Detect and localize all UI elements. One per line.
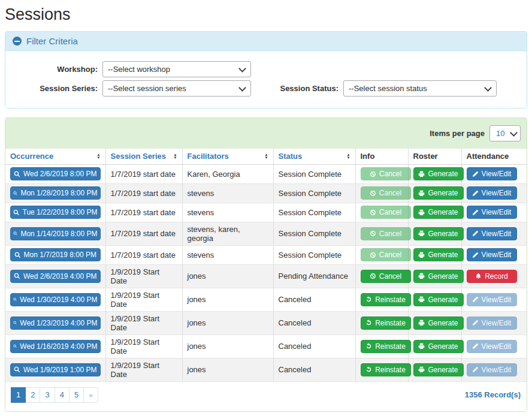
session-status-select[interactable]: --Select session status (343, 80, 497, 97)
attendance-cell: View/Edit (461, 334, 527, 358)
attendance-action-button[interactable]: View/Edit (467, 206, 517, 219)
items-per-page-select[interactable]: 10 (489, 125, 521, 141)
table-row: Wed 2/6/2019 4:00 PM 1/9/2019 Start Date… (5, 264, 527, 288)
roster-cell: Generate (408, 264, 461, 288)
attendance-action-button[interactable]: View/Edit (467, 186, 517, 200)
pagination-button[interactable]: 5 (69, 387, 84, 403)
column-header-status[interactable]: Status ▲▼ (273, 149, 355, 164)
status-cell: Pending Attendance (273, 264, 355, 288)
status-cell: Session Complete (273, 183, 355, 203)
session-series-cell: 1/9/2019 Start Date (105, 264, 182, 288)
roster-generate-button[interactable]: Generate (413, 206, 464, 219)
occurrence-button[interactable]: Wed 1/16/2019 4:00 PM (10, 340, 101, 353)
table-row: Mon 1/14/2019 8:00 PM 1/7/2019 start dat… (5, 222, 527, 245)
roster-generate-button[interactable]: Generate (413, 316, 464, 330)
column-header-roster: Roster (408, 149, 461, 164)
info-action-button[interactable]: Reinstate (361, 340, 411, 353)
roster-generate-button[interactable]: Generate (413, 186, 464, 200)
occurrence-cell: Tue 1/22/2019 8:00 PM (5, 203, 105, 222)
attendance-action-button[interactable]: View/Edit (467, 340, 517, 353)
info-action-button[interactable]: Cancel (361, 186, 411, 200)
attendance-action-button[interactable]: View/Edit (467, 363, 517, 376)
status-cell: Canceled (273, 334, 355, 358)
occurrence-button[interactable]: Wed 1/30/2019 4:00 PM (10, 293, 101, 306)
session-series-cell: 1/7/2019 start date (105, 245, 182, 264)
info-action-button[interactable]: Cancel (361, 167, 411, 180)
ban-icon (370, 190, 376, 197)
occurrence-button[interactable]: Wed 2/6/2019 8:00 PM (10, 167, 101, 180)
status-cell: Session Complete (273, 222, 355, 245)
roster-cell: Generate (408, 183, 461, 203)
info-action-button[interactable]: Cancel (361, 248, 411, 261)
ban-icon (370, 273, 376, 279)
occurrence-button[interactable]: Mon 1/14/2019 8:00 PM (10, 227, 101, 240)
status-cell: Canceled (273, 358, 355, 381)
pagination-button[interactable]: » (83, 387, 98, 403)
occurrence-button[interactable]: Wed 1/9/2019 1:00 PM (10, 363, 101, 376)
info-action-button[interactable]: Cancel (361, 270, 411, 283)
ban-icon (370, 209, 376, 216)
info-action-button[interactable]: Reinstate (361, 363, 411, 376)
info-action-button[interactable]: Cancel (361, 227, 411, 240)
workshop-select[interactable]: --Select workshop (102, 61, 251, 77)
occurrence-button[interactable]: Tue 1/22/2019 8:00 PM (10, 206, 101, 219)
roster-generate-button[interactable]: Generate (413, 248, 464, 261)
attendance-action-button[interactable]: View/Edit (467, 167, 517, 180)
attendance-action-button[interactable]: Record (467, 270, 517, 283)
attendance-action-button[interactable]: View/Edit (467, 293, 517, 306)
session-series-select-wrap: --Select session series (102, 80, 251, 97)
pagination-button[interactable]: 3 (40, 387, 55, 403)
info-action-button[interactable]: Reinstate (361, 316, 411, 330)
attendance-action-button[interactable]: View/Edit (467, 227, 517, 240)
roster-cell: Generate (408, 311, 461, 334)
occurrence-cell: Mon 1/28/2019 8:00 PM (5, 183, 105, 203)
ban-icon (370, 252, 376, 258)
roster-generate-button[interactable]: Generate (413, 270, 464, 283)
occurrence-button[interactable]: Wed 1/23/2019 4:00 PM (10, 316, 101, 330)
pagination-button[interactable]: 4 (55, 387, 69, 403)
attendance-action-button[interactable]: View/Edit (467, 316, 517, 330)
session-series-cell: 1/7/2019 start date (105, 222, 182, 245)
info-action-button[interactable]: Reinstate (361, 293, 411, 306)
roster-cell: Generate (408, 222, 461, 245)
facilitators-cell: jones (182, 288, 273, 311)
column-header-facilitators[interactable]: Facilitators ▲▼ (182, 149, 273, 164)
collapse-minus-circle-icon[interactable] (13, 37, 22, 46)
printer-icon (418, 296, 425, 303)
workshop-select-wrap: --Select workshop (102, 61, 251, 77)
roster-generate-button[interactable]: Generate (413, 293, 464, 306)
pagination-button[interactable]: 2 (25, 387, 40, 403)
table-row: Wed 2/6/2019 8:00 PM 1/7/2019 start date… (5, 164, 527, 183)
search-icon (13, 209, 20, 216)
column-header-session-series[interactable]: Session Series ▲▼ (105, 149, 182, 164)
attendance-action-button[interactable]: View/Edit (467, 248, 517, 261)
roster-generate-button[interactable]: Generate (413, 363, 464, 376)
table-row: Wed 1/30/2019 4:00 PM 1/9/2019 Start Dat… (5, 288, 527, 311)
column-header-occurrence[interactable]: Occurrence ▲▼ (5, 149, 105, 164)
roster-generate-button[interactable]: Generate (413, 340, 464, 353)
table-row: Wed 1/9/2019 1:00 PM 1/9/2019 Start Date… (5, 358, 527, 381)
status-cell: Session Complete (273, 164, 355, 183)
filter-criteria-header[interactable]: Filter Criteria (5, 32, 527, 51)
pagination-button[interactable]: 1 (11, 387, 26, 403)
session-series-select[interactable]: --Select session series (102, 80, 251, 97)
attendance-cell: View/Edit (461, 288, 527, 311)
undo-icon (365, 343, 372, 349)
info-cell: Reinstate (355, 358, 408, 381)
occurrence-button[interactable]: Wed 2/6/2019 4:00 PM (10, 270, 101, 283)
search-icon (13, 296, 17, 303)
occurrence-button[interactable]: Mon 1/28/2019 8:00 PM (10, 186, 101, 200)
info-cell: Cancel (355, 183, 408, 203)
roster-generate-button[interactable]: Generate (413, 227, 464, 240)
occurrence-button[interactable]: Mon 1/7/2019 8:00 PM (10, 248, 101, 261)
facilitators-cell: jones (182, 358, 273, 381)
filter-criteria-panel: Filter Criteria Workshop: --Select works… (5, 31, 527, 108)
occurrence-cell: Wed 2/6/2019 4:00 PM (5, 264, 105, 288)
roster-generate-button[interactable]: Generate (413, 167, 464, 180)
info-action-button[interactable]: Cancel (361, 206, 411, 219)
page-container: Sessions Filter Criteria Workshop: --Sel… (0, 0, 532, 412)
roster-cell: Generate (408, 164, 461, 183)
printer-icon (418, 252, 425, 258)
pencil-icon (472, 230, 479, 237)
occurrence-cell: Wed 1/16/2019 4:00 PM (5, 334, 105, 358)
